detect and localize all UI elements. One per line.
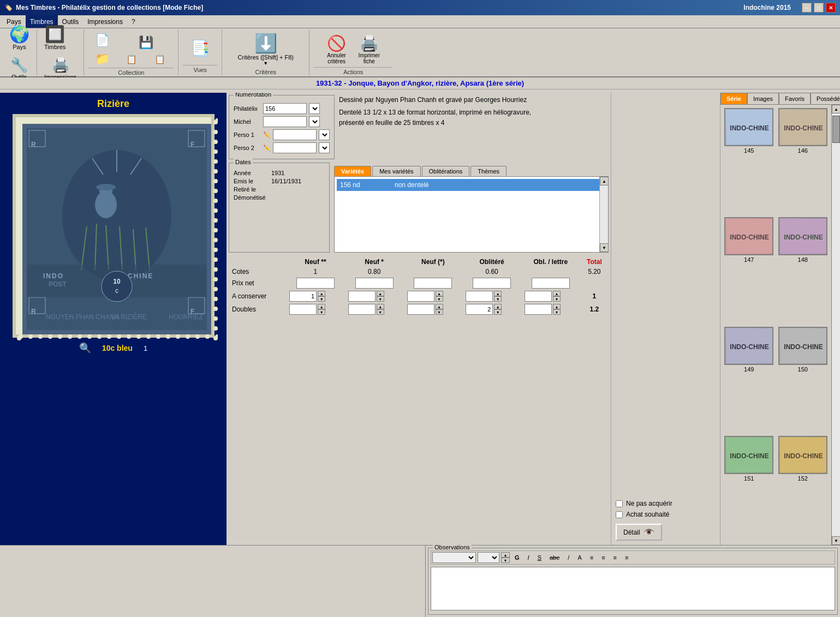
dbl-spinner-down-2[interactable]: ▼ [377, 309, 384, 315]
dbl-spinner-up-5[interactable]: ▲ [553, 304, 561, 309]
tab-themes[interactable]: Thèmes [470, 166, 507, 176]
conserver-input-1[interactable] [289, 291, 317, 302]
prix-input-oblitere[interactable] [473, 278, 511, 289]
perso1-edit-icon[interactable]: ✏️ [263, 131, 271, 139]
obs-italic-btn[interactable]: I [525, 553, 533, 562]
prix-input-neuf0[interactable] [414, 278, 452, 289]
obs-spinner-up[interactable]: ▲ [501, 552, 510, 558]
maximize-button[interactable]: □ [814, 3, 824, 13]
tab-images[interactable]: Images [747, 93, 779, 104]
vues-button[interactable]: 📑 [187, 37, 214, 60]
imprimer-fiche-button[interactable]: 🖨️ Imprimerfiche [355, 32, 384, 67]
michel-dropdown[interactable]: ▼ [309, 116, 320, 127]
obs-align-justify-btn[interactable]: ≡ [622, 553, 632, 562]
doubles-input-5[interactable] [525, 304, 552, 315]
perso2-edit-icon[interactable]: ✏️ [263, 145, 271, 152]
stamp-image-container[interactable]: R F R F POST [13, 114, 215, 338]
pays-button[interactable]: 🌍 Pays [5, 22, 33, 53]
scroll-up-btn[interactable]: ▲ [600, 177, 609, 185]
spinner-down-5[interactable]: ▼ [553, 296, 561, 302]
spinner-down-3[interactable]: ▼ [436, 296, 443, 302]
stamps-scroll-down[interactable]: ▼ [832, 536, 840, 545]
prix-input-2[interactable] [345, 277, 404, 290]
doubles-input-4[interactable] [466, 304, 493, 315]
spinner-up-2[interactable]: ▲ [377, 291, 384, 296]
spinner-down-4[interactable]: ▼ [494, 296, 502, 302]
obs-highlight-btn[interactable]: / [564, 553, 573, 562]
collection-icon-4[interactable]: 📋 [118, 52, 145, 66]
prix-input-neuf1[interactable] [355, 278, 394, 289]
close-button[interactable]: ✕ [826, 3, 836, 13]
dbl-spinner-down-3[interactable]: ▼ [436, 309, 443, 315]
dbl-spinner-down-4[interactable]: ▼ [494, 309, 502, 315]
perso1-input[interactable] [273, 129, 317, 140]
stamp-thumb-145[interactable]: INDO-CHINE 145 [724, 108, 775, 214]
spinner-down-1[interactable]: ▼ [318, 296, 325, 302]
conserver-input-5[interactable] [525, 291, 552, 302]
annuler-criteres-button[interactable]: 🚫 Annulercritères [323, 32, 350, 67]
stamp-img-149[interactable]: INDO-CHINE [724, 327, 773, 365]
perso2-dropdown[interactable]: ▼ [319, 142, 330, 153]
timbres-button[interactable]: 🔲 Timbres [40, 22, 69, 53]
dbl-spinner-up-2[interactable]: ▲ [377, 304, 384, 309]
zoom-icon[interactable]: 🔍 [79, 342, 91, 354]
perso1-dropdown[interactable]: ▼ [319, 129, 330, 140]
doubles-input-2[interactable] [348, 304, 376, 315]
obs-spinner-down[interactable]: ▼ [501, 558, 510, 563]
stamp-thumb-151[interactable]: INDO-CHINE 151 [724, 436, 775, 542]
tab-favoris[interactable]: Favoris [779, 93, 811, 104]
collection-icon-5[interactable]: 📋 [146, 52, 174, 66]
menu-help[interactable]: ? [127, 15, 140, 28]
philatelix-input[interactable] [263, 103, 307, 114]
conserver-1[interactable]: ▲ ▼ [286, 290, 345, 303]
spinner-up-1[interactable]: ▲ [318, 291, 325, 296]
stamp-thumb-149[interactable]: INDO-CHINE 149 [724, 327, 775, 433]
obs-bold-btn[interactable]: G [511, 553, 523, 562]
collection-icon-1[interactable]: 📄 [88, 32, 116, 49]
observations-textarea[interactable] [431, 567, 835, 610]
obs-size-select[interactable] [478, 552, 499, 563]
obs-underline-btn[interactable]: S [534, 553, 545, 562]
dbl-spinner-up-1[interactable]: ▲ [318, 304, 325, 309]
tab-serie[interactable]: Série [720, 93, 747, 104]
scroll-down-btn[interactable]: ▼ [600, 243, 609, 252]
tab-mes-varietes[interactable]: Mes variétés [372, 166, 420, 176]
stamp-img-145[interactable]: INDO-CHINE [724, 108, 773, 146]
tab-obliterations[interactable]: Oblitérations [422, 166, 470, 176]
spinner-up-4[interactable]: ▲ [494, 291, 502, 296]
obs-font-select[interactable] [432, 552, 476, 563]
obs-color-btn[interactable]: A [574, 553, 585, 562]
prix-input-obl[interactable] [532, 278, 570, 289]
spinner-up-5[interactable]: ▲ [553, 291, 561, 296]
tab-varietes[interactable]: Variétés [334, 166, 371, 176]
prix-input-neuf2[interactable] [296, 278, 335, 289]
spinner-up-3[interactable]: ▲ [436, 291, 443, 296]
collection-icon-3[interactable]: 💾 [118, 34, 174, 51]
stamp-thumb-152[interactable]: INDO-CHINE 152 [778, 436, 829, 542]
dbl-spinner-down-1[interactable]: ▼ [318, 309, 325, 315]
obs-align-center-btn[interactable]: ≡ [598, 553, 608, 562]
dbl-spinner-up-3[interactable]: ▲ [436, 304, 443, 309]
stamps-scroll-thumb[interactable] [832, 116, 840, 143]
minimize-button[interactable]: ─ [802, 3, 812, 13]
michel-input[interactable] [263, 116, 307, 127]
philatelix-dropdown[interactable]: ▼ [309, 103, 320, 114]
stamps-scrollbar[interactable]: ▲ ▼ [831, 105, 840, 545]
stamp-img-148[interactable]: INDO-CHINE [778, 217, 827, 255]
stamp-img-151[interactable]: INDO-CHINE [724, 436, 773, 474]
stamps-scroll-up[interactable]: ▲ [832, 105, 840, 113]
tab-possedes[interactable]: Possédés [811, 93, 840, 104]
spinner-down-2[interactable]: ▼ [377, 296, 384, 302]
obs-strike-btn[interactable]: abe [546, 553, 563, 562]
detail-button[interactable]: Détail 👁️ [616, 524, 662, 541]
doubles-input-1[interactable] [289, 304, 317, 315]
stamp-thumb-147[interactable]: INDO-CHINE 147 [724, 217, 775, 323]
tab-scrollbar[interactable]: ▲ ▼ [599, 177, 608, 252]
conserver-input-3[interactable] [407, 291, 434, 302]
stamp-img-152[interactable]: INDO-CHINE [778, 436, 827, 474]
achat-souhaite-checkbox[interactable] [616, 511, 623, 518]
obs-align-right-btn[interactable]: ≡ [610, 553, 620, 562]
dbl-spinner-down-5[interactable]: ▼ [553, 309, 561, 315]
prix-input-4[interactable] [462, 277, 521, 290]
stamp-thumb-150[interactable]: INDO-CHINE 150 [778, 327, 829, 433]
